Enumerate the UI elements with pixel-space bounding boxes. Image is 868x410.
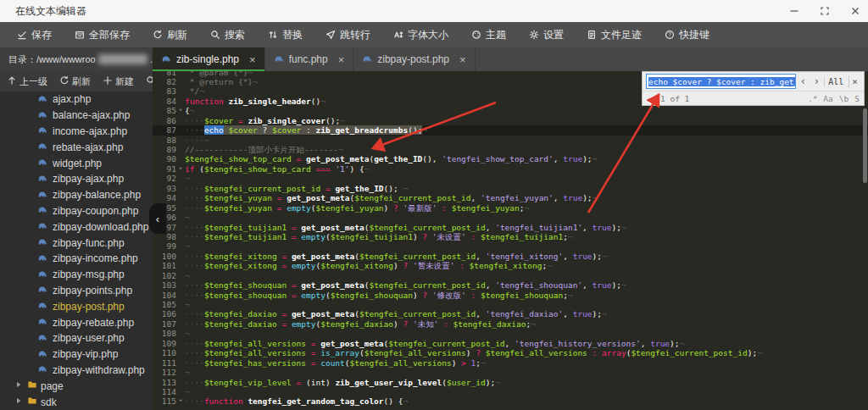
fold-column	[176, 116, 185, 125]
tree-item-zibpay-coupon.php[interactable]: zibpay-coupon.php	[0, 203, 153, 219]
expand-triangle-icon[interactable]	[14, 380, 24, 392]
find-next-button[interactable]: ›	[810, 75, 822, 87]
find-match-count: 1 of 1	[660, 94, 689, 103]
fold-column	[176, 97, 185, 106]
code-text: $tengfei_show_top_card = get_post_meta(g…	[185, 154, 868, 163]
find-prev-button[interactable]: ‹	[798, 75, 810, 87]
tree-item-zibpay-income.php[interactable]: zibpay-income.php	[0, 251, 153, 267]
find-expand-button[interactable]: +	[647, 94, 657, 103]
toolbar-save-button[interactable]: 保存	[17, 28, 52, 42]
fold-column	[176, 280, 185, 290]
tree-action-up[interactable]: 上一级	[7, 75, 47, 88]
find-option-Aa[interactable]: Aa	[823, 94, 832, 103]
tree-item-page[interactable]: page	[0, 378, 153, 394]
code-text: ····echo $cover ? $cover : zib_get_bread…	[185, 125, 868, 135]
line-number: 94	[153, 193, 176, 202]
minimize-icon[interactable]	[788, 5, 800, 17]
sidebar-collapse-handle[interactable]: ‹	[149, 203, 166, 234]
toolbar-font-size-button[interactable]: 字体大小	[393, 28, 448, 42]
tree-item-zibpay-points.php[interactable]: zibpay-points.php	[0, 283, 153, 299]
toolbar-settings-button[interactable]: 设置	[529, 28, 564, 42]
tree-item-zibpay-download.php[interactable]: zibpay-download.php	[0, 219, 153, 235]
shortcut-icon: ?	[665, 30, 675, 40]
fold-column	[176, 291, 185, 300]
tab-func.php[interactable]: func.php×	[265, 47, 354, 71]
code-text: ····$tengfei_yuyan = empty($tengfei_yuya…	[185, 203, 868, 213]
php-file-icon	[37, 204, 47, 217]
tree-item-income-ajax.php[interactable]: income-ajax.php	[0, 124, 153, 140]
tree-item-label: income-ajax.php	[53, 125, 127, 137]
find-option-\b[interactable]: \b	[839, 94, 849, 103]
tree-item-zibpay-ajax.php[interactable]: zibpay-ajax.php	[0, 171, 153, 187]
tab-close-icon[interactable]: ×	[249, 53, 256, 66]
close-icon[interactable]	[849, 5, 861, 17]
tree-item-ajax.php[interactable]: ajax.php	[0, 91, 153, 108]
tab-zib-single.php[interactable]: zib-single.php×	[153, 47, 265, 71]
find-option-S[interactable]: S	[854, 94, 860, 103]
online-text-editor-window: 在线文本编辑器 保存全部保存刷新搜索替换跳转行字体大小主题设置文件足迹?快捷键 …	[0, 0, 868, 410]
toolbar-goto-line-button[interactable]: 跳转行	[326, 28, 370, 42]
tree-item-zibpay-withdraw.php[interactable]: zibpay-withdraw.php	[0, 363, 153, 379]
maximize-icon[interactable]	[819, 5, 831, 17]
line-number: 105	[153, 300, 176, 309]
toolbar-shortcut-button[interactable]: ?快捷键	[665, 28, 709, 42]
fold-column	[176, 145, 185, 154]
tree-item-rebate-ajax.php[interactable]: rebate-ajax.php	[0, 139, 153, 155]
fold-arrow-icon[interactable]: ▾	[176, 164, 185, 174]
code-line-89: 89//-----------顶部小卡片开始-------¬	[153, 145, 868, 154]
code-line-109: 109····$tengfei_all_versions = get_post_…	[153, 339, 868, 348]
toolbar-search-button[interactable]: 搜索	[210, 28, 245, 42]
replace-icon	[268, 30, 278, 40]
tree-item-zibpay-post.php[interactable]: zibpay-post.php	[0, 298, 153, 314]
tab-close-icon[interactable]: ×	[459, 53, 466, 66]
tree-item-label: zibpay-vip.php	[53, 348, 118, 360]
tab-close-icon[interactable]: ×	[338, 53, 345, 66]
toolbar-save-all-button[interactable]: 全部保存	[75, 28, 130, 42]
fold-column	[176, 339, 185, 348]
code-line-85: 85▾{¬	[153, 106, 868, 115]
code-editor[interactable]: 81 * @param {*}¬82 * @return {*}¬83 */¬8…	[153, 71, 868, 410]
tree-item-zibpay-rebate.php[interactable]: zibpay-rebate.php	[0, 314, 153, 330]
toolbar-replace-button[interactable]: 替换	[268, 28, 303, 42]
code-text: ¬	[185, 241, 868, 251]
tree-item-zibpay-func.php[interactable]: zibpay-func.php	[0, 235, 153, 251]
code-line-108: 108¬	[153, 329, 868, 338]
tree-action-label: 刷新	[72, 75, 91, 88]
code-line-110: 110····$tengfei_all_versions = is_array(…	[153, 348, 868, 357]
tree-action-search[interactable]: 搜索	[146, 75, 153, 88]
fold-arrow-icon[interactable]: ▾	[176, 396, 185, 406]
find-input[interactable]: echo $cover ? $cover : zib_get_	[646, 74, 796, 89]
tree-item-zibpay-vip.php[interactable]: zibpay-vip.php	[0, 346, 153, 363]
find-all-button[interactable]: All	[824, 77, 847, 86]
line-number: 81	[153, 71, 176, 77]
tree-item-zibpay-msg.php[interactable]: zibpay-msg.php	[0, 267, 153, 283]
line-number: 113	[153, 378, 176, 387]
toolbar-refresh-button[interactable]: 刷新	[153, 28, 187, 42]
toolbar-theme-button[interactable]: 主题	[471, 28, 506, 42]
toolbar-label: 文件足迹	[601, 28, 642, 42]
php-file-icon	[161, 53, 171, 66]
tree-item-widget.php[interactable]: widget.php	[0, 155, 153, 171]
expand-triangle-icon[interactable]	[14, 396, 24, 408]
tree-item-balance-ajax.php[interactable]: balance-ajax.php	[0, 108, 153, 124]
code-line-87: 87····echo $cover ? $cover : zib_get_bre…	[153, 125, 868, 135]
code-text: ····$cover = zib_single_cover();¬	[185, 116, 868, 125]
fold-column	[176, 193, 185, 202]
tree-item-sdk[interactable]: sdk	[0, 394, 153, 410]
tree-action-plus[interactable]: 新建	[103, 75, 134, 88]
tree-item-zibpay-user.php[interactable]: zibpay-user.php	[0, 330, 153, 346]
toolbar-footprint-button[interactable]: 文件足迹	[587, 28, 642, 42]
line-number: 99	[153, 241, 176, 251]
code-line-101: 101····$tengfei_xitong = empty($tengfei_…	[153, 261, 868, 270]
line-number: 108	[153, 329, 176, 338]
tree-action-refresh[interactable]: 刷新	[59, 75, 91, 88]
fold-arrow-icon[interactable]: ▾	[176, 106, 185, 115]
php-file-icon	[37, 173, 47, 186]
tab-zibpay-post.php[interactable]: zibpay-post.php×	[353, 47, 475, 71]
toolbar-label: 全部保存	[89, 28, 130, 42]
find-close-icon[interactable]: ×	[849, 76, 860, 87]
tree-item-zibpay-balance.php[interactable]: zibpay-balance.php	[0, 187, 153, 203]
find-option-.*[interactable]: .*	[808, 94, 817, 103]
editor-scrollbar[interactable]	[863, 108, 867, 183]
refresh-icon	[59, 75, 70, 87]
